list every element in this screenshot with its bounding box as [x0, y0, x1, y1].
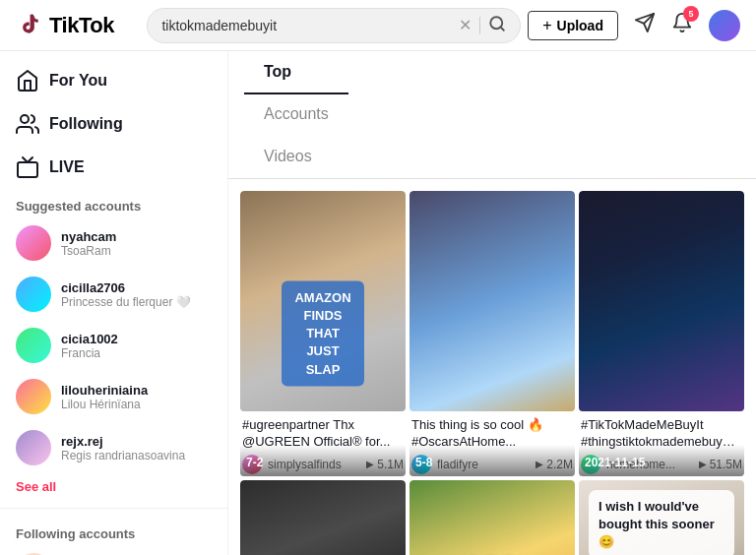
video-timestamp: 5-8: [415, 456, 432, 469]
svg-line-1: [501, 27, 504, 30]
suggested-accounts-list: nyahcam TsoaRam cicilla2706 Princesse du…: [0, 217, 227, 473]
account-username: nyahcam: [61, 229, 116, 244]
account-username: rejx.rej: [61, 434, 185, 449]
plus-icon: +: [542, 17, 551, 34]
video-grid: AMAZON FINDS THAT JUST SLAP 7-2 #ugreenp…: [228, 179, 756, 555]
video-thumbnail: I wish I would've bought this sooner 😊: [579, 480, 744, 555]
user-avatar[interactable]: [709, 10, 740, 41]
video-overlay: 2021-11-15: [579, 445, 744, 476]
video-card[interactable]: 6-20: [240, 480, 406, 555]
upload-label: Upload: [557, 18, 603, 33]
sidebar-suggested-account[interactable]: lilouheriniaina Lilou Hérinïana: [0, 371, 227, 422]
search-clear-icon[interactable]: ✕: [459, 16, 472, 34]
following-accounts-list: yescyrille Yescyrille sarafinance✓ sara …: [0, 545, 227, 555]
account-username: cicilla2706: [61, 280, 191, 295]
video-wish-overlay: I wish I would've bought this sooner 😊: [589, 490, 734, 555]
notification-icon[interactable]: 5: [671, 12, 693, 39]
video-card[interactable]: 2021-11-15 #TikTokMadeMeBuyIt #thingstik…: [579, 191, 744, 476]
header: TikTok ✕ + Upload 5: [0, 0, 756, 51]
account-info: cicia1002 Francia: [61, 332, 118, 360]
logo-text: TikTok: [49, 13, 114, 38]
sidebar-suggested-account[interactable]: nyahcam TsoaRam: [0, 217, 227, 269]
tab-accounts[interactable]: Accounts: [244, 93, 348, 137]
video-timestamp: 2021-11-15: [585, 456, 645, 469]
account-avatar: [16, 225, 51, 261]
account-info: cicilla2706 Princesse du flerquer 🤍: [61, 280, 191, 309]
notification-badge: 5: [683, 6, 699, 22]
sidebar-following-account[interactable]: yescyrille Yescyrille: [0, 545, 227, 555]
sidebar-suggested-account[interactable]: cicilla2706 Princesse du flerquer 🤍: [0, 269, 227, 320]
account-avatar: [16, 379, 51, 414]
video-thumbnail: AMAZON FINDS THAT JUST SLAP: [240, 191, 406, 411]
main-layout: For You Following LIVE Suggested account…: [0, 51, 756, 555]
header-actions: + Upload 5: [528, 10, 740, 41]
account-displayname: Lilou Hérinïana: [61, 398, 148, 411]
see-all-button[interactable]: See all: [0, 473, 227, 500]
nav-for-you-label: For You: [49, 72, 107, 90]
search-input[interactable]: [161, 18, 459, 33]
search-divider: [479, 17, 480, 34]
nav-item-following[interactable]: Following: [0, 102, 227, 146]
video-overlay: 5-8: [410, 445, 575, 476]
following-accounts-title: Following accounts: [0, 517, 227, 545]
tab-top[interactable]: Top: [244, 51, 348, 94]
account-avatar: [16, 277, 51, 312]
account-displayname: Francia: [61, 346, 118, 360]
video-thumbnail: [579, 191, 744, 411]
account-username: cicia1002: [61, 332, 118, 346]
account-info: lilouheriniaina Lilou Hérinïana: [61, 383, 148, 411]
search-icon[interactable]: [488, 15, 506, 36]
nav-item-for-you[interactable]: For You: [0, 59, 227, 102]
home-icon: [16, 69, 39, 92]
send-icon[interactable]: [634, 12, 656, 39]
tab-videos[interactable]: Videos: [244, 136, 348, 179]
account-avatar: [16, 328, 51, 363]
video-card[interactable]: what's the problem Sir? 6-27: [410, 480, 575, 555]
svg-rect-5: [18, 162, 37, 177]
svg-point-4: [21, 115, 29, 123]
video-thumbnail: [240, 480, 406, 555]
video-card[interactable]: I wish I would've bought this sooner 😊 5…: [579, 480, 744, 555]
account-displayname: Princesse du flerquer 🤍: [61, 295, 191, 309]
nav-item-live[interactable]: LIVE: [0, 146, 227, 189]
main-nav: For You Following LIVE: [0, 59, 227, 189]
video-timestamp: 7-2: [246, 456, 263, 469]
search-bar: ✕: [147, 8, 521, 43]
video-thumbnail: what's the problem Sir?: [410, 480, 575, 555]
live-icon: [16, 155, 39, 179]
upload-button[interactable]: + Upload: [528, 11, 618, 40]
video-card[interactable]: AMAZON FINDS THAT JUST SLAP 7-2 #ugreenp…: [240, 191, 406, 476]
account-avatar: [16, 430, 51, 465]
tabs-bar: TopAccountsVideos: [228, 51, 756, 179]
logo-area: TikTok: [16, 12, 144, 39]
sidebar-suggested-account[interactable]: rejx.rej Regis randrianasoavina: [0, 422, 227, 473]
video-text-overlay: AMAZON FINDS THAT JUST SLAP: [282, 280, 364, 386]
sidebar-suggested-account[interactable]: cicia1002 Francia: [0, 320, 227, 371]
account-displayname: Regis randrianasoavina: [61, 449, 185, 462]
account-info: rejx.rej Regis randrianasoavina: [61, 434, 185, 462]
nav-live-label: LIVE: [49, 158, 85, 176]
content-area: TopAccountsVideos AMAZON FINDS THAT JUST…: [228, 51, 756, 555]
following-icon: [16, 112, 39, 136]
video-thumbnail: [410, 191, 575, 411]
account-username: lilouheriniaina: [61, 383, 148, 398]
sidebar: For You Following LIVE Suggested account…: [0, 51, 228, 555]
tabs-container: TopAccountsVideos: [244, 51, 348, 178]
sidebar-divider: [0, 508, 227, 509]
suggested-accounts-title: Suggested accounts: [0, 189, 227, 217]
tiktok-logo-icon: [16, 12, 43, 39]
account-info: nyahcam TsoaRam: [61, 229, 116, 258]
nav-following-label: Following: [49, 115, 123, 133]
account-displayname: TsoaRam: [61, 244, 116, 258]
video-card[interactable]: 5-8 This thing is so cool 🔥 #OscarsAtHom…: [410, 191, 575, 476]
video-overlay: 7-2: [240, 445, 406, 476]
